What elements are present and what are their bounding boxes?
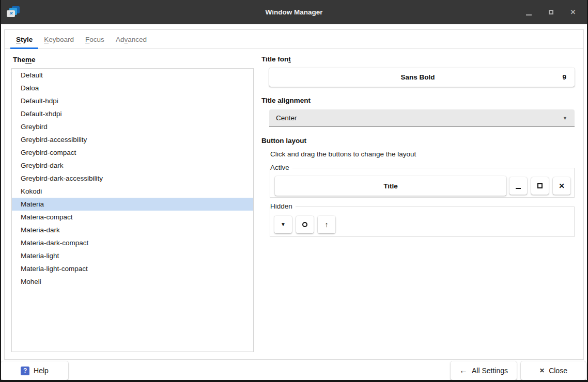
theme-list-item[interactable]: Default-xhdpi [12,107,253,120]
layout-shade-button[interactable]: ↑ [318,216,335,233]
theme-list-item[interactable]: Kokodi [12,185,253,198]
layout-close-button[interactable]: ✕ [553,177,570,195]
hidden-buttons-frame: Hidden ▼ ↑ [270,206,575,237]
title-alignment-combobox[interactable]: Center ▼ [269,109,575,127]
button-layout-label: Button layout [261,137,306,145]
font-size: 9 [546,73,575,81]
chevron-down-icon: ▼ [563,116,567,121]
all-settings-button[interactable]: ← All Settings [451,361,517,380]
close-icon: ✕ [559,182,565,189]
layout-maximize-button[interactable] [531,177,549,195]
theme-list-item[interactable]: Materia-dark [12,224,253,236]
theme-list-item[interactable]: Greybird-compact [12,146,253,159]
theme-label: Theme [13,56,36,63]
theme-list-item[interactable]: Greybird [12,120,253,133]
close-button-label: Close [549,367,567,375]
theme-list-item[interactable]: Greybird-dark [12,159,253,172]
theme-list-item-selected[interactable]: Materia [12,198,253,211]
tab-advanced[interactable]: Advanced [110,30,152,49]
font-name: Sans Bold [269,73,546,81]
layout-title-button[interactable]: Title [275,176,506,196]
title-alignment-label: Title alignment [261,97,311,104]
layout-minimize-button[interactable] [509,177,527,195]
title-font-label: Title font [261,55,291,63]
theme-list-item[interactable]: Greybird-accessibility [12,133,253,146]
layout-stick-button[interactable] [296,216,314,233]
layout-menu-button[interactable]: ▼ [274,216,292,233]
settings-notebook: Style Keyboard Focus Advanced Theme Defa… [4,29,584,360]
button-layout-hint: Click and drag the buttons to change the… [270,150,416,158]
close-icon: ✕ [539,368,545,374]
help-button[interactable]: ? Help [1,361,68,380]
titlebar[interactable]: ✕ Window Manager ✕ [1,0,587,24]
tab-keyboard[interactable]: Keyboard [38,30,80,49]
shade-icon: ↑ [325,221,329,228]
hidden-frame-legend: Hidden [270,202,296,210]
tab-bar: Style Keyboard Focus Advanced [5,30,583,49]
window-manager-dialog: ✕ Window Manager ✕ Style Keyboard Focus … [0,0,588,382]
active-buttons-frame: Active Title ✕ [270,168,575,198]
theme-list-item[interactable]: Materia-compact [12,211,253,224]
menu-icon: ▼ [281,222,286,227]
active-frame-legend: Active [270,164,292,171]
window-title: Window Manager [1,8,587,16]
all-settings-label: All Settings [472,367,508,375]
help-icon: ? [21,367,29,375]
minimize-icon [516,188,521,189]
theme-list[interactable]: Default Daloa Default-hdpi Default-xhdpi… [11,68,254,352]
theme-list-item[interactable]: Default [12,69,253,82]
theme-list-item[interactable]: Daloa [12,82,253,94]
close-dialog-button[interactable]: ✕ Close [521,361,586,380]
theme-list-item[interactable]: Materia-light-compact [12,262,253,275]
title-font-button[interactable]: Sans Bold 9 [269,68,575,87]
minimize-icon [526,14,532,15]
theme-list-item[interactable]: Materia-dark-compact [12,236,253,249]
tab-style[interactable]: Style [10,30,38,49]
tab-focus[interactable]: Focus [80,30,110,49]
theme-list-item[interactable]: Materia-light [12,249,253,262]
theme-list-item[interactable]: Default-hdpi [12,94,253,107]
maximize-icon [537,183,543,188]
theme-list-item[interactable]: Moheli [12,275,253,288]
combobox-value: Center [269,114,297,122]
theme-list-item[interactable]: Greybird-dark-accessibility [12,172,253,185]
help-button-label: Help [34,367,49,375]
stick-icon [302,222,307,227]
back-arrow-icon: ← [459,367,468,375]
